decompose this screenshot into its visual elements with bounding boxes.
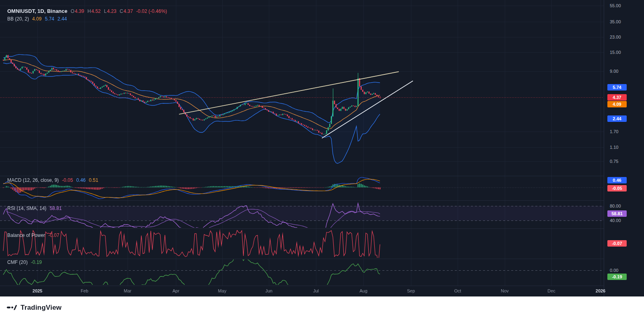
bb-basis-value: 4.09: [32, 16, 41, 22]
trading-chart-window: OMNIUSDT, 1D, Binance O4.39 H4.52 L4.23 …: [0, 0, 644, 319]
time-axis-label: May: [218, 288, 227, 293]
rsi-value: 58.81: [50, 206, 62, 211]
price-axis-badge: 58.81: [607, 210, 627, 217]
price-tick-label: 1.70: [610, 129, 618, 134]
price-tick-label: 9.00: [610, 69, 618, 74]
symbol-legend[interactable]: OMNIUSDT, 1D, Binance O4.39 H4.52 L4.23 …: [7, 8, 167, 14]
price-tick-label: 80.00: [610, 204, 621, 208]
time-axis-label: Aug: [359, 288, 367, 293]
chart-canvas[interactable]: [0, 0, 644, 296]
open-value: O4.39: [71, 8, 85, 14]
low-value: L4.23: [104, 8, 116, 14]
time-axis[interactable]: 2025FebMarAprMayJunJulAugSepOctNovDec202…: [0, 286, 604, 296]
price-axis-badge: -0.05: [607, 185, 627, 191]
price-tick-label: 55.00: [610, 3, 621, 8]
price-axis-badge: 4.09: [607, 101, 627, 107]
time-axis-label: Apr: [172, 288, 179, 293]
price-tick-label: 23.00: [610, 35, 621, 39]
price-tick-label: 0.00: [610, 268, 618, 273]
price-axis-badge: 4.37: [607, 94, 627, 101]
bb-legend[interactable]: BB (20, 2) 4.09 5.74 2.44: [7, 16, 67, 22]
macd-label[interactable]: MACD (12, 26, close, 9): [7, 177, 59, 183]
price-axis-badge: 5.74: [607, 84, 627, 91]
macd-signal-value: 0.51: [89, 177, 98, 183]
macd-hist-value: -0.05: [62, 177, 73, 183]
price-tick-label: 1.10: [610, 145, 618, 150]
bb-label[interactable]: BB (20, 2): [7, 16, 29, 22]
price-tick-label: 35.00: [610, 19, 621, 24]
macd-legend[interactable]: MACD (12, 26, close, 9) -0.05 0.46 0.51: [7, 177, 98, 183]
price-axis-badge: -0.07: [607, 240, 627, 247]
tradingview-brand-text[interactable]: TradingView: [21, 304, 62, 312]
time-axis-label: 2025: [33, 288, 42, 293]
time-axis-label: 2026: [596, 288, 605, 293]
time-axis-label: Mar: [124, 288, 132, 293]
price-axis[interactable]: 55.0035.0023.0015.009.001.701.100.7580.0…: [604, 0, 644, 296]
close-value: C4.37: [120, 8, 133, 14]
price-axis-badge: 0.46: [607, 177, 627, 183]
tradingview-logo-icon[interactable]: [6, 303, 17, 312]
price-tick-label: 40.00: [610, 218, 621, 223]
time-axis-label: Dec: [547, 288, 555, 293]
time-axis-label: Jun: [265, 288, 272, 293]
cmf-value: -0.19: [31, 259, 42, 265]
time-axis-label: Jul: [313, 288, 319, 293]
cmf-legend[interactable]: CMF (20) -0.19: [7, 259, 42, 265]
bop-label[interactable]: Balance of Power: [7, 233, 45, 238]
symbol-title[interactable]: OMNIUSDT, 1D, Binance: [7, 8, 68, 14]
bop-legend[interactable]: Balance of Power -0.07: [7, 233, 59, 238]
macd-line-value: 0.46: [76, 177, 85, 183]
cmf-label[interactable]: CMF (20): [7, 259, 28, 265]
rsi-label[interactable]: RSI (14, SMA, 14): [7, 206, 46, 211]
price-axis-badge: 2.44: [607, 115, 627, 122]
price-tick-label: 0.75: [610, 159, 618, 164]
price-tick-label: 15.00: [610, 50, 621, 55]
bottom-bar: TradingView: [0, 296, 644, 319]
time-axis-label: Nov: [501, 288, 509, 293]
bop-value: -0.07: [48, 233, 59, 238]
change-value: -0.02 (-0.46%): [136, 8, 167, 14]
bb-lower-value: 2.44: [58, 16, 67, 22]
rsi-legend[interactable]: RSI (14, SMA, 14) 58.81: [7, 206, 62, 211]
time-axis-label: Sep: [407, 288, 415, 293]
high-value: H4.52: [87, 8, 101, 14]
time-axis-label: Oct: [454, 288, 461, 293]
bb-upper-value: 5.74: [45, 16, 54, 22]
price-axis-badge: -0.19: [607, 274, 627, 280]
time-axis-label: Feb: [81, 288, 89, 293]
